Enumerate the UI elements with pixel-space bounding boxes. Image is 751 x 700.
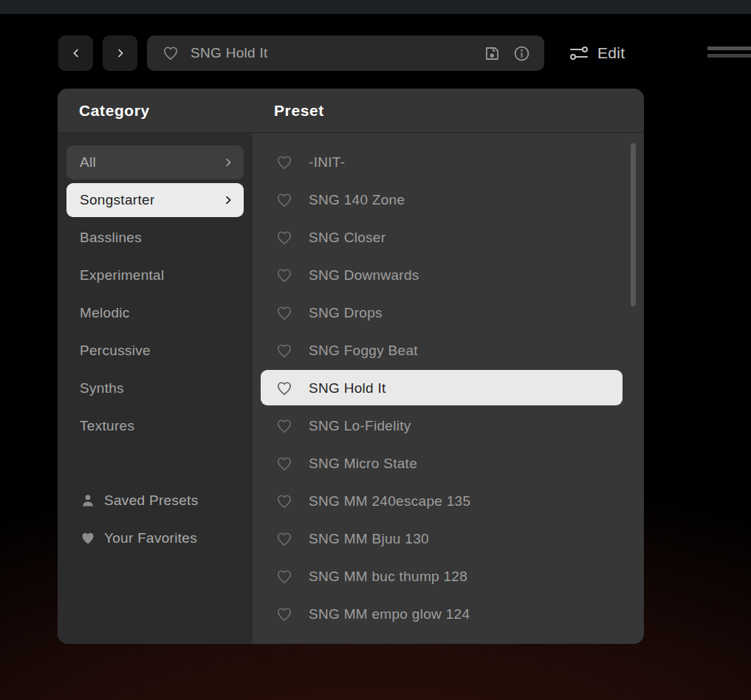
preset-row-sng-mm-empo-glow-124[interactable]: SNG MM empo glow 124 bbox=[253, 595, 644, 633]
category-footer-item-saved-presets[interactable]: Saved Presets bbox=[58, 481, 253, 519]
preset-name-value: SNG Hold It bbox=[191, 45, 483, 61]
favorite-heart-icon[interactable] bbox=[275, 154, 293, 171]
category-item-label: Textures bbox=[80, 418, 134, 434]
favorite-heart-icon[interactable] bbox=[275, 455, 293, 473]
preset-label: SNG Downwards bbox=[309, 267, 419, 284]
favorite-heart-icon[interactable] bbox=[275, 568, 293, 586]
favorite-heart-icon[interactable] bbox=[275, 530, 293, 548]
favorite-heart-icon[interactable] bbox=[162, 44, 179, 62]
chevron-right-icon bbox=[222, 194, 234, 206]
category-item-experimental[interactable]: Experimental bbox=[58, 256, 253, 294]
preset-row-sng-mm-240escape-135[interactable]: SNG MM 240escape 135 bbox=[253, 482, 644, 520]
info-icon[interactable] bbox=[512, 44, 531, 63]
category-item-label: All bbox=[80, 154, 222, 171]
preset-label: SNG Micro State bbox=[309, 456, 417, 472]
footer-item-label: Your Favorites bbox=[104, 530, 197, 546]
category-row: All bbox=[58, 143, 253, 181]
preset-row-sng-closer[interactable]: SNG Closer bbox=[253, 219, 644, 256]
preset-column: -INIT-SNG 140 ZoneSNG CloserSNG Downward… bbox=[253, 134, 644, 644]
preset-row-sng-downwards[interactable]: SNG Downwards bbox=[253, 256, 644, 294]
edit-button[interactable]: Edit bbox=[569, 35, 625, 71]
category-row: Songstarter bbox=[58, 181, 253, 219]
chevron-right-icon bbox=[222, 157, 234, 168]
category-item-label: Melodic bbox=[80, 305, 130, 321]
preset-row-sng-mm-bjuu-130[interactable]: SNG MM Bjuu 130 bbox=[253, 520, 644, 557]
footer-item-label: Saved Presets bbox=[104, 493, 198, 509]
category-item-textures[interactable]: Textures bbox=[58, 407, 253, 445]
favorite-heart-icon[interactable] bbox=[275, 267, 293, 284]
preset-row-sng-foggy-beat[interactable]: SNG Foggy Beat bbox=[253, 332, 644, 369]
save-icon[interactable] bbox=[483, 44, 501, 63]
chevron-left-icon bbox=[69, 47, 83, 60]
user-icon bbox=[80, 493, 96, 509]
window-handle-line bbox=[707, 47, 751, 50]
preset-row-sng-hold-it[interactable]: SNG Hold It bbox=[253, 369, 644, 407]
preset-row-sng-drops[interactable]: SNG Drops bbox=[253, 294, 644, 332]
favorite-heart-icon[interactable] bbox=[275, 493, 293, 510]
preset-label: SNG MM Bjuu 130 bbox=[309, 531, 429, 547]
preset-label: -INIT- bbox=[309, 154, 345, 171]
preset-row-init[interactable]: -INIT- bbox=[253, 143, 644, 181]
sliders-icon bbox=[569, 44, 589, 63]
category-footer: Saved PresetsYour Favorites bbox=[58, 481, 253, 557]
back-button[interactable] bbox=[58, 35, 93, 71]
preset-name-field[interactable]: SNG Hold It bbox=[147, 35, 544, 71]
category-header: Category bbox=[79, 89, 150, 133]
category-item-all[interactable]: All bbox=[66, 145, 244, 179]
preset-label: SNG Foggy Beat bbox=[309, 343, 418, 359]
preset-row-sng-lo-fidelity[interactable]: SNG Lo-Fidelity bbox=[253, 407, 644, 445]
category-item-label: Synths bbox=[80, 380, 124, 397]
favorite-heart-icon[interactable] bbox=[275, 191, 293, 209]
category-item-label: Percussive bbox=[80, 343, 151, 359]
preset-row-sng-140-zone[interactable]: SNG 140 Zone bbox=[253, 181, 644, 219]
favorite-heart-icon[interactable] bbox=[275, 342, 293, 360]
window-top-strip bbox=[0, 0, 751, 14]
heart-icon bbox=[80, 530, 96, 546]
category-item-basslines[interactable]: Basslines bbox=[58, 219, 253, 256]
window-handle-line bbox=[707, 54, 751, 58]
edit-button-label: Edit bbox=[597, 44, 625, 62]
plugin-window: SNG Hold It Edit Category Preset AllSong… bbox=[0, 0, 751, 700]
preset-scrollbar-thumb[interactable] bbox=[631, 143, 636, 306]
browser-header: Category Preset bbox=[58, 89, 644, 133]
category-item-melodic[interactable]: Melodic bbox=[58, 294, 253, 332]
category-item-songstarter[interactable]: Songstarter bbox=[66, 183, 244, 217]
preset-row-sng-micro-state[interactable]: SNG Micro State bbox=[253, 445, 644, 482]
preset-label: SNG Lo-Fidelity bbox=[309, 418, 411, 434]
favorite-heart-icon[interactable] bbox=[275, 417, 293, 435]
favorite-heart-icon[interactable] bbox=[275, 605, 293, 623]
category-item-synths[interactable]: Synths bbox=[58, 369, 253, 407]
category-item-label: Experimental bbox=[80, 267, 164, 284]
preset-browser-panel: Category Preset AllSongstarterBasslinesE… bbox=[58, 89, 644, 644]
preset-label: SNG MM empo glow 124 bbox=[309, 606, 470, 622]
favorite-heart-icon[interactable] bbox=[275, 304, 293, 322]
category-item-label: Songstarter bbox=[80, 192, 222, 208]
preset-header: Preset bbox=[274, 89, 324, 133]
preset-label: SNG MM 240escape 135 bbox=[309, 493, 470, 509]
category-item-percussive[interactable]: Percussive bbox=[58, 332, 253, 369]
chevron-right-icon bbox=[114, 47, 127, 60]
preset-label: SNG 140 Zone bbox=[309, 192, 405, 208]
preset-list: -INIT-SNG 140 ZoneSNG CloserSNG Downward… bbox=[253, 134, 644, 633]
preset-label: SNG MM buc thump 128 bbox=[309, 569, 467, 585]
category-item-label: Basslines bbox=[80, 230, 142, 246]
preset-label: SNG Drops bbox=[309, 305, 383, 321]
preset-label: SNG Hold It bbox=[309, 380, 386, 397]
category-footer-item-your-favorites[interactable]: Your Favorites bbox=[58, 519, 253, 557]
preset-label: SNG Closer bbox=[309, 230, 385, 246]
preset-row-sng-mm-buc-thump-128[interactable]: SNG MM buc thump 128 bbox=[253, 557, 644, 595]
forward-button[interactable] bbox=[103, 35, 137, 71]
favorite-heart-icon[interactable] bbox=[275, 380, 293, 397]
favorite-heart-icon[interactable] bbox=[275, 229, 293, 247]
category-list: AllSongstarterBasslinesExperimentalMelod… bbox=[58, 134, 253, 445]
